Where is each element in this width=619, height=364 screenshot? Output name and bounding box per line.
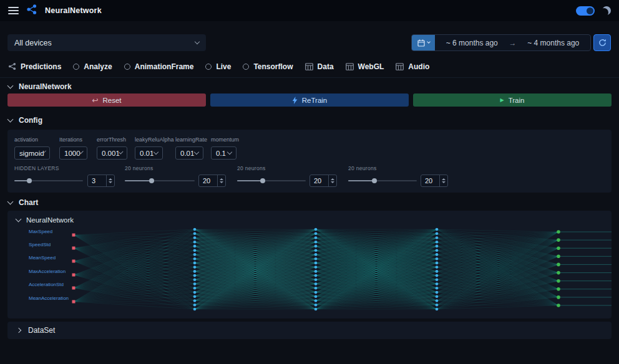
table-icon	[396, 63, 404, 70]
chevron-down-icon	[195, 39, 200, 44]
slider-thumb[interactable]	[372, 178, 377, 183]
step-up-icon[interactable]	[442, 178, 446, 180]
section-title: Config	[19, 116, 42, 125]
app-title: NeuralNetwork	[45, 6, 102, 15]
tab-label: Audio	[408, 62, 429, 71]
button-label: ReTrain	[302, 97, 327, 104]
hidden-layers-label: HIDDEN LAYERS	[14, 165, 59, 171]
tab-tensorflow[interactable]: Tensorflow	[243, 62, 293, 71]
tab-webgl[interactable]: WebGL	[346, 62, 384, 71]
refresh-button[interactable]	[593, 34, 611, 51]
layer3-neurons-slider[interactable]	[348, 176, 417, 186]
layer1-neurons-slider[interactable]	[125, 176, 195, 186]
tab-label: AnimationFrame	[135, 62, 194, 71]
tab-analyze[interactable]: Analyze	[73, 62, 112, 71]
chevron-down-icon	[154, 150, 158, 155]
step-up-icon[interactable]	[331, 178, 334, 180]
param-errorthresh: errorThresh 0.001	[97, 130, 127, 160]
tab-label: WebGL	[358, 62, 384, 71]
step-down-icon[interactable]	[442, 181, 446, 183]
theme-toggle[interactable]	[576, 6, 595, 16]
chart-panel: NeuralNetwork MaxSpeedSpeedStdMeanSpeedM…	[7, 211, 612, 318]
param-label: leakyReluAlpha	[135, 136, 174, 143]
slider-fill	[125, 180, 152, 181]
dataset-panel[interactable]: DataSet	[7, 322, 612, 339]
train-button[interactable]: ▶ Train	[413, 93, 612, 107]
slider-thumb[interactable]	[260, 178, 265, 183]
param-activation: activation sigmoid	[14, 130, 50, 160]
undo-icon: ↩	[92, 97, 98, 104]
param-label: Iterations	[59, 136, 87, 143]
tab-audio[interactable]: Audio	[396, 62, 429, 71]
divider	[0, 77, 619, 78]
param-learningrate: learningRate 0.01	[175, 130, 207, 160]
step-up-icon[interactable]	[220, 178, 223, 180]
iterations-select[interactable]: 1000	[59, 146, 87, 160]
tag-icon	[124, 64, 130, 70]
tab-live[interactable]: Live	[205, 62, 231, 71]
chevron-down-icon	[194, 150, 199, 155]
retrain-button[interactable]: ReTrain	[210, 93, 409, 107]
layer3-neurons-input[interactable]: 20	[421, 175, 448, 187]
errorthresh-select[interactable]: 0.001	[97, 146, 127, 160]
layer2-neurons-slider[interactable]	[237, 176, 306, 186]
stepper-buttons[interactable]	[106, 175, 114, 186]
calendar-button[interactable]	[412, 35, 435, 50]
param-momentum: momentum 0.1	[211, 130, 239, 160]
tab-label: Analyze	[84, 62, 112, 71]
topbar: NeuralNetwork	[0, 0, 619, 21]
svg-text:MeanSpeed: MeanSpeed	[29, 255, 56, 261]
action-buttons-row: ↩ Reset ReTrain ▶ Train	[7, 93, 612, 107]
chart-subsection-neuralnetwork[interactable]: NeuralNetwork	[16, 216, 74, 224]
leakyrelualpha-select[interactable]: 0.01	[135, 146, 163, 160]
chevron-down-icon	[227, 150, 232, 155]
moon-icon[interactable]	[602, 6, 611, 15]
svg-text:MeanAcceleration: MeanAcceleration	[29, 295, 69, 301]
tab-animationframe[interactable]: AnimationFrame	[124, 62, 194, 71]
stepper-buttons[interactable]	[217, 175, 225, 186]
date-to: ~ 4 months ago	[527, 39, 579, 47]
step-down-icon[interactable]	[331, 181, 334, 183]
stepper-buttons[interactable]	[439, 175, 447, 186]
device-select[interactable]: All devices	[7, 34, 206, 51]
select-value: 0.01	[180, 150, 194, 157]
select-value: 0.001	[102, 150, 120, 157]
logo-network-icon	[26, 4, 37, 17]
step-down-icon[interactable]	[220, 181, 223, 183]
slider-thumb[interactable]	[27, 178, 32, 183]
input-value: 20	[421, 177, 439, 184]
svg-text:SpeedStd: SpeedStd	[29, 242, 51, 247]
param-iterations: Iterations 1000	[59, 130, 87, 160]
layer1-neurons-input[interactable]: 20	[198, 175, 226, 187]
date-range-field[interactable]: ~ 6 months ago → ~ 4 months ago	[435, 35, 590, 50]
input-value: 20	[310, 177, 328, 184]
calendar-icon	[417, 39, 425, 47]
learningrate-select[interactable]: 0.01	[175, 146, 203, 160]
hidden-layers-input[interactable]: 3	[87, 175, 115, 187]
select-value: 1000	[64, 150, 80, 157]
section-header-config[interactable]: Config	[8, 116, 42, 125]
momentum-select[interactable]: 0.1	[211, 146, 236, 160]
slider-thumb[interactable]	[149, 178, 154, 183]
tab-predictions[interactable]: Predictions	[8, 62, 61, 71]
share-network-icon	[8, 62, 16, 70]
tab-data[interactable]: Data	[305, 62, 334, 71]
activation-select[interactable]: sigmoid	[14, 146, 50, 160]
layer2-neurons-input[interactable]: 20	[310, 175, 337, 187]
reset-button[interactable]: ↩ Reset	[7, 93, 206, 107]
table-icon	[346, 63, 354, 70]
menu-icon[interactable]	[8, 7, 19, 14]
stepper-buttons[interactable]	[328, 175, 336, 186]
step-up-icon[interactable]	[109, 178, 112, 180]
bolt-icon	[292, 97, 298, 104]
step-down-icon[interactable]	[109, 181, 112, 183]
tab-label: Live	[216, 62, 231, 71]
param-label: momentum	[211, 136, 239, 143]
section-header-neuralnetwork[interactable]: NeuralNetwork	[8, 82, 72, 91]
hidden-layers-slider[interactable]	[14, 176, 83, 186]
section-header-chart[interactable]: Chart	[8, 198, 38, 207]
tag-icon	[73, 64, 79, 70]
arrow-right-icon: →	[509, 39, 517, 47]
date-range-picker: ~ 6 months ago → ~ 4 months ago	[411, 34, 591, 51]
tag-icon	[205, 64, 212, 70]
